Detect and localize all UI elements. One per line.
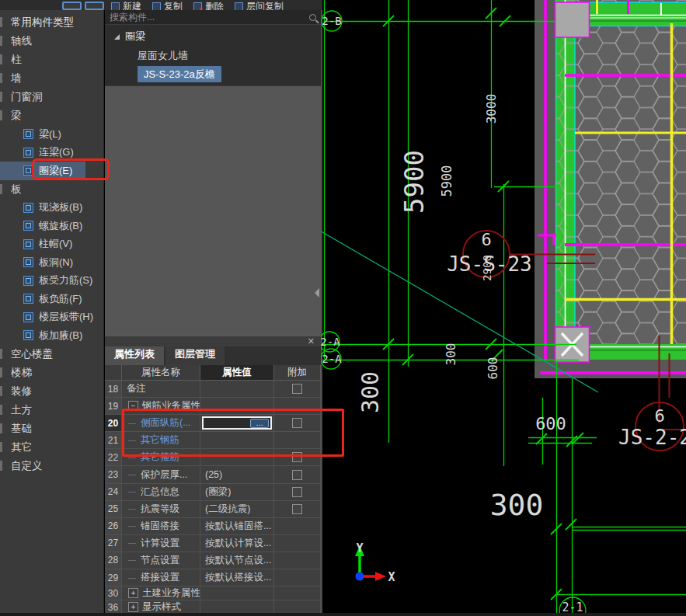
sidebar-item-decoration[interactable]: 装修	[0, 382, 103, 401]
ellipsis-button[interactable]: ...	[250, 419, 269, 428]
sidebar-item-hollow-floor[interactable]: 空心楼盖	[0, 345, 103, 364]
sidebar-title: 常用构件类型	[0, 13, 103, 32]
extra-checkbox[interactable]	[292, 418, 302, 428]
component-tree: 圈梁 屋面女儿墙 JS-S-23-2a反檐	[105, 25, 321, 85]
properties-header-row: 属性名称 属性值 附加	[105, 365, 321, 381]
property-row[interactable]: 28 节点设置 按默认节点设...	[105, 552, 321, 569]
dim-300-vertical: 300	[444, 343, 458, 366]
property-group-row[interactable]: 30 +土建业务属性	[105, 586, 321, 600]
tree-expander-icon[interactable]	[114, 34, 120, 40]
property-row[interactable]: 26 锚固搭接 按默认锚固搭...	[105, 518, 321, 535]
slab-negative-rebar-icon	[23, 294, 33, 304]
sidebar-item-slab-negative-rebar[interactable]: 板负筋(F)	[0, 290, 103, 308]
application-window: 2-B 2-A 2-A 2-1 5900 5900 3000 2900 300 …	[0, 0, 686, 616]
sidebar-item-beam[interactable]: 梁	[0, 106, 103, 125]
header-value-col: 属性值	[200, 365, 274, 380]
floor-band-icon	[23, 312, 33, 322]
category-marker-icon	[0, 405, 2, 415]
sidebar-item-cast-slab[interactable]: 现浇板(B)	[0, 199, 103, 218]
property-row[interactable]: 27 计算设置 按默认计算设...	[105, 535, 321, 552]
callout-js-s-23-label: JS-S-23	[447, 252, 532, 276]
search-input[interactable]: 搜索构件...	[110, 11, 309, 24]
property-row[interactable]: 25 抗震等级 (二级抗震)	[105, 501, 321, 518]
category-marker-icon	[0, 367, 2, 378]
sidebar-item-ring-beam[interactable]: 圈梁(E)	[0, 162, 85, 180]
panel-collapse-arrow-icon[interactable]	[315, 288, 319, 298]
axis-bubble-2a1-label: 2-A	[321, 336, 340, 348]
property-row[interactable]: 18 备注	[105, 381, 321, 398]
ring-beam-icon	[23, 165, 33, 176]
dim-300-big-vertical: 300	[357, 371, 384, 413]
sidebar-item-axis[interactable]: 轴线	[0, 32, 103, 50]
floor-copy-button[interactable]: 层间复制	[235, 0, 284, 10]
sidebar-item-column[interactable]: 柱	[0, 50, 103, 69]
sidebar-item-slab-rebar[interactable]: 板受力筋(S)	[0, 272, 103, 291]
sidebar-item-door-window[interactable]: 门窗洞	[0, 88, 103, 106]
sidebar-item-column-cap[interactable]: 柱帽(V)	[0, 235, 103, 254]
copy-button[interactable]: 复制	[152, 0, 183, 10]
tree-item-js-s-23-2a[interactable]: JS-S-23-2a反檐	[138, 66, 221, 82]
category-marker-icon	[0, 110, 2, 120]
delete-button[interactable]: 删除	[193, 0, 224, 10]
property-row[interactable]: 21 其它钢筋	[105, 432, 321, 449]
sidebar-item-custom[interactable]: 自定义	[0, 457, 103, 475]
component-list-panel	[105, 85, 321, 336]
sidebar-item-stairs[interactable]: 楼梯	[0, 364, 103, 382]
sidebar-item-floor-band[interactable]: 楼层板带(H)	[0, 308, 103, 327]
category-marker-icon	[0, 349, 2, 359]
tab-property-list[interactable]: 属性列表	[105, 344, 164, 365]
callout-js-2-2-label: JS-2-2	[618, 426, 686, 449]
column-marker-top[interactable]	[555, 2, 590, 37]
search-icon[interactable]	[309, 14, 316, 21]
sidebar-item-wall[interactable]: 墙	[0, 69, 103, 88]
property-row[interactable]: 23 保护层厚... (25)	[105, 466, 321, 483]
category-marker-icon	[0, 184, 2, 194]
window-toolbar-icon-1[interactable]	[62, 2, 82, 10]
sidebar-item-slab-haunch[interactable]: 板加腋(B)	[0, 326, 103, 345]
property-row-side-rebar[interactable]: 20 侧面纵筋(... ...	[105, 415, 321, 432]
component-toolbar: 新建 复制 删除 层间复制	[105, 0, 321, 10]
sidebar-item-spiral-slab[interactable]: 螺旋板(B)	[0, 217, 103, 235]
side-rebar-value-input[interactable]: ...	[202, 416, 272, 430]
close-icon[interactable]: ✕	[308, 336, 315, 346]
extra-checkbox[interactable]	[292, 504, 302, 514]
collapse-toggle-icon[interactable]: −	[128, 401, 138, 411]
sidebar-item-foundation[interactable]: 基础	[0, 419, 103, 438]
link-beam-icon	[23, 148, 33, 158]
property-row[interactable]: 29 搭接设置 按默认搭接设...	[105, 569, 321, 586]
sidebar-item-link-beam[interactable]: 连梁(G)	[0, 144, 103, 162]
extra-checkbox[interactable]	[292, 384, 302, 394]
sidebar-item-slab[interactable]: 板	[0, 180, 103, 199]
column-cap-icon	[23, 239, 33, 249]
dim-600-horizontal: 600	[535, 414, 566, 433]
cad-drawing-canvas[interactable]: 2-B 2-A 2-A 2-1 5900 5900 3000 2900 300 …	[321, 0, 686, 616]
property-row[interactable]: 22 其它箍筋	[105, 449, 321, 466]
ucs-x-label: X	[388, 570, 395, 584]
slab-haunch-icon	[23, 330, 33, 340]
extra-checkbox[interactable]	[292, 470, 302, 480]
tree-item-parapet[interactable]: 屋面女儿墙	[105, 47, 321, 64]
sidebar-item-other[interactable]: 其它	[0, 438, 103, 457]
component-type-sidebar: 常用构件类型 轴线 柱 墙 门窗洞 梁 梁(L) 连梁(G) 圈梁(E) 板 现…	[0, 10, 104, 613]
new-button[interactable]: 新建	[111, 0, 141, 10]
category-marker-icon	[0, 73, 2, 83]
extra-checkbox[interactable]	[292, 487, 302, 497]
extra-checkbox[interactable]	[292, 452, 302, 462]
expand-toggle-icon[interactable]: +	[128, 602, 138, 612]
property-row[interactable]: 24 汇总信息 (圈梁)	[105, 484, 321, 501]
cast-slab-icon	[23, 203, 33, 213]
sidebar-item-beam-l[interactable]: 梁(L)	[0, 125, 103, 144]
properties-tabs: 属性列表 图层管理	[105, 346, 321, 365]
window-toolbar-icon-2[interactable]	[85, 2, 104, 10]
sidebar-item-slab-hole[interactable]: 板洞(N)	[0, 253, 103, 272]
wall-and-slab-structure[interactable]	[535, 0, 686, 378]
category-marker-icon	[0, 423, 2, 433]
ucs-y-label: Y	[356, 541, 363, 555]
copy-icon	[152, 2, 161, 10]
expand-toggle-icon[interactable]: +	[128, 588, 138, 598]
sidebar-item-earthwork[interactable]: 土方	[0, 401, 103, 419]
property-group-row[interactable]: 19 −钢筋业务属性	[105, 398, 321, 415]
component-search-bar[interactable]: 搜索构件...	[105, 10, 321, 25]
tree-node-ring-beam[interactable]: 圈梁	[105, 28, 321, 45]
tab-layer-management[interactable]: 图层管理	[165, 344, 225, 365]
